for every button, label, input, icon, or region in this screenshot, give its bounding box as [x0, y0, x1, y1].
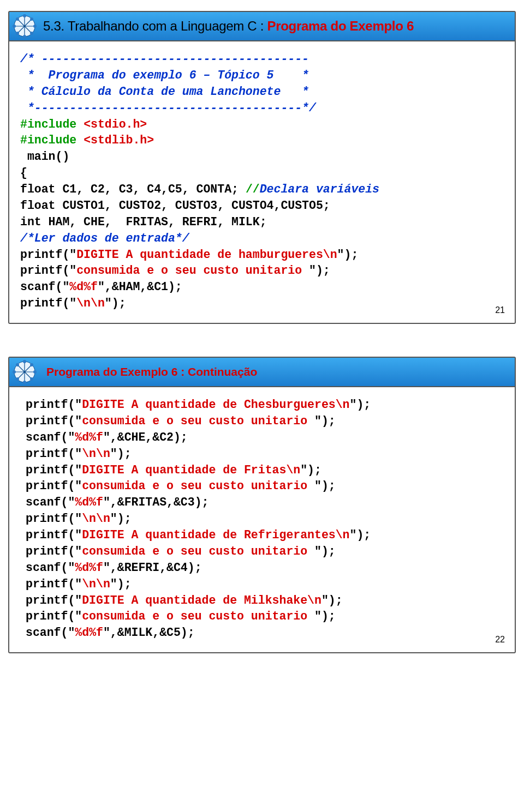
- code-line: DIGITE A quantidade de hamburgueres\n: [76, 248, 337, 261]
- svg-point-4: [33, 25, 37, 28]
- code-line: ");: [110, 447, 132, 460]
- code-line: ",&FRITAS,&C3);: [103, 496, 209, 509]
- code-line: {: [20, 166, 27, 179]
- code-line: ");: [110, 512, 132, 525]
- code-line: *--------------------------------------*…: [20, 101, 316, 115]
- code-line: %d%f: [69, 280, 98, 293]
- code-line: printf(": [26, 447, 82, 460]
- code-line: ");: [314, 414, 336, 428]
- code-line: scanf(": [26, 626, 75, 639]
- code-line: printf(": [26, 610, 82, 623]
- svg-point-11: [23, 381, 26, 384]
- code-line: printf(": [26, 594, 82, 607]
- svg-point-12: [13, 370, 16, 374]
- code-line: int HAM, CHE, FRITAS, REFRI, MILK;: [20, 215, 267, 228]
- code-line: \n\n: [76, 297, 105, 310]
- code-line: ");: [300, 464, 321, 477]
- svg-point-5: [16, 17, 19, 21]
- code-line: DIGITE A quantidade de Milkshake\n: [82, 594, 321, 607]
- code-line: float C1, C2, C3, C4,C5, CONTA;: [20, 183, 246, 196]
- svg-point-17: [16, 377, 19, 381]
- code-line: printf(": [26, 414, 82, 428]
- page-number: 22: [495, 635, 505, 645]
- code-line: printf(": [20, 297, 76, 310]
- code-line: consumida e o seu custo unitario: [76, 264, 309, 277]
- code-line: consumida e o seu custo unitario: [82, 479, 314, 492]
- code-line: consumida e o seu custo unitario: [82, 414, 314, 428]
- code-line: ",&REFRI,&C4);: [103, 561, 202, 574]
- code-line: scanf(": [26, 561, 75, 574]
- title-suffix: Programa do Exemplo 6: [264, 19, 414, 33]
- code-line: <stdlib.h>: [84, 134, 154, 147]
- svg-point-1: [23, 14, 26, 17]
- slide-title: Programa do Exemplo 6 : Continuação: [46, 365, 257, 378]
- code-block: printf("DIGITE A quantidade de Chesburgu…: [9, 387, 515, 641]
- code-line: %d%f: [75, 431, 103, 444]
- svg-point-14: [16, 363, 19, 366]
- code-line: //: [246, 183, 260, 196]
- code-line: printf(": [26, 464, 82, 477]
- network-sphere-icon: [13, 14, 37, 38]
- code-line: DIGITE A quantidade de Fritas\n: [82, 464, 300, 477]
- code-line: scanf(": [26, 431, 75, 444]
- svg-point-15: [30, 377, 33, 381]
- code-line: consumida e o seu custo unitario: [82, 610, 314, 623]
- code-line: printf(": [26, 398, 82, 411]
- title-prefix: 5.3. Trabalhando com a Linguagem C :: [43, 19, 264, 33]
- code-line: ",&HAM,&C1);: [98, 280, 182, 293]
- code-line: /*Ler dados de entrada*/: [20, 232, 189, 245]
- code-line: scanf(": [26, 496, 75, 509]
- code-line: #include: [20, 134, 84, 147]
- code-line: float CUSTO1, CUSTO2, CUSTO3, CUSTO4,CUS…: [20, 199, 330, 212]
- code-line: ");: [350, 398, 371, 411]
- code-line: ",&CHE,&C2);: [103, 431, 188, 444]
- code-line: printf(": [20, 248, 76, 261]
- code-line: * Cálculo da Conta de uma Lanchonete *: [20, 85, 309, 98]
- code-line: ",&MILK,&C5);: [103, 626, 195, 639]
- code-line: ");: [321, 594, 343, 607]
- code-line: ");: [350, 528, 371, 542]
- svg-point-16: [30, 363, 33, 366]
- code-line: printf(": [26, 545, 82, 558]
- svg-point-7: [30, 17, 33, 21]
- svg-point-10: [23, 360, 26, 363]
- code-line: Declara variáveis: [260, 183, 379, 196]
- title-bar: 5.3. Trabalhando com a Linguagem C : Pro…: [9, 12, 515, 41]
- code-line: ");: [105, 297, 126, 310]
- code-line: DIGITE A quantidade de Chesburgueres\n: [82, 398, 349, 411]
- title-bar: Programa do Exemplo 6 : Continuação: [9, 358, 515, 387]
- code-line: * Programa do exemplo 6 – Tópico 5 *: [20, 69, 309, 82]
- code-line: printf(": [26, 512, 82, 525]
- code-line: printf(": [20, 264, 76, 277]
- code-line: /* -------------------------------------…: [20, 52, 309, 65]
- slide-22: Programa do Exemplo 6 : Continuação prin…: [8, 357, 516, 653]
- slide-title: 5.3. Trabalhando com a Linguagem C : Pro…: [43, 19, 414, 34]
- svg-point-13: [33, 370, 37, 374]
- page-number: 21: [495, 305, 505, 315]
- code-line: ");: [314, 479, 336, 492]
- code-line: ");: [110, 578, 132, 591]
- code-line: DIGITE A quantidade de Refrigerantes\n: [82, 528, 349, 542]
- slide-21: 5.3. Trabalhando com a Linguagem C : Pro…: [8, 11, 516, 324]
- svg-point-3: [13, 25, 16, 28]
- code-line: ");: [314, 610, 336, 623]
- code-line: #include: [20, 118, 84, 131]
- code-line: printf(": [26, 479, 82, 492]
- code-line: %d%f: [75, 626, 103, 639]
- svg-point-2: [23, 35, 26, 38]
- code-line: printf(": [26, 528, 82, 542]
- svg-point-8: [16, 32, 19, 35]
- code-line: \n\n: [82, 578, 110, 591]
- code-line: \n\n: [82, 512, 110, 525]
- code-line: ");: [309, 264, 330, 277]
- code-line: main(): [20, 150, 69, 163]
- code-line: consumida e o seu custo unitario: [82, 545, 314, 558]
- code-line: printf(": [26, 578, 82, 591]
- code-block: /* -------------------------------------…: [9, 41, 515, 312]
- code-line: ");: [314, 545, 336, 558]
- network-sphere-icon: [13, 360, 37, 384]
- code-line: ");: [337, 248, 359, 261]
- code-line: scanf(": [20, 280, 69, 293]
- code-line: %d%f: [75, 561, 103, 574]
- svg-point-6: [30, 32, 33, 35]
